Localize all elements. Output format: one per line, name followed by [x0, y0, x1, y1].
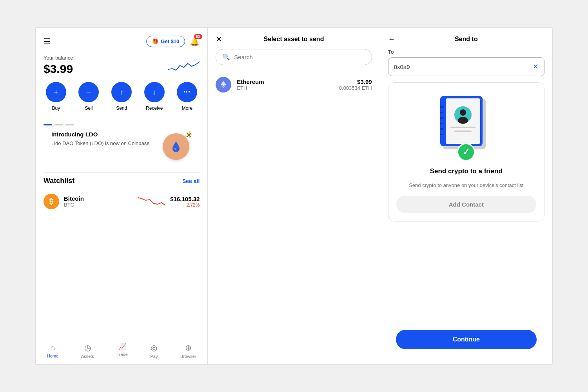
- watchlist-header: Watchlist See all: [36, 173, 207, 190]
- ethereum-name: Ethereum: [237, 78, 333, 85]
- contact-illustration: ✓: [435, 91, 497, 161]
- bitcoin-change: ↓ 2.72%: [170, 202, 200, 208]
- svg-rect-8: [440, 123, 443, 124]
- close-button[interactable]: ✕: [216, 34, 222, 44]
- send-to-header: ← Send to: [380, 28, 552, 49]
- home-header: ☰ 🎁 Get $10 🔔 63: [36, 28, 207, 51]
- to-label: To: [388, 49, 544, 55]
- send-friend-card: ✓ Send crypto to a friend Send crypto to…: [388, 82, 544, 221]
- svg-marker-1: [221, 81, 226, 86]
- nav-browser[interactable]: ⊕ Browser: [180, 343, 196, 359]
- ethereum-eth-amount: 0.003534 ETH: [339, 85, 372, 91]
- receive-button[interactable]: ↓ Receive: [144, 82, 165, 111]
- bitcoin-price: $16,105.32: [170, 196, 200, 202]
- nav-assets[interactable]: ◷ Assets: [81, 343, 94, 359]
- svg-rect-16: [454, 131, 472, 132]
- dot-inactive-1: [54, 124, 63, 125]
- gift-icon: 🎁: [152, 38, 158, 44]
- bitcoin-chart: [138, 196, 165, 207]
- nav-trade[interactable]: 📈 Trade: [117, 343, 128, 359]
- sell-button[interactable]: − Sell: [78, 82, 99, 111]
- bitcoin-name: Bitcoin: [64, 195, 133, 202]
- send-to-bottom: Continue: [380, 323, 552, 365]
- send-friend-title: Send crypto to a friend: [430, 167, 503, 175]
- svg-rect-9: [440, 128, 443, 130]
- screen-select-asset: ✕ Select asset to send 🔍 Ethereum ETH $3…: [208, 28, 380, 365]
- bitcoin-row[interactable]: ₿ Bitcoin BTC $16,105.32 ↓ 2.72%: [36, 190, 207, 213]
- menu-icon[interactable]: ☰: [44, 37, 51, 46]
- home-icon: ⌂: [50, 343, 55, 352]
- add-contact-button[interactable]: Add Contact: [396, 196, 536, 213]
- search-input[interactable]: [234, 54, 365, 60]
- search-bar[interactable]: 🔍: [216, 49, 372, 65]
- assets-icon: ◷: [84, 343, 91, 352]
- ethereum-symbol: ETH: [237, 85, 333, 91]
- banner-close-button[interactable]: ✕: [186, 131, 192, 140]
- balance-section: Your balance $3.99: [36, 51, 207, 82]
- see-all-button[interactable]: See all: [182, 178, 200, 184]
- bitcoin-symbol: BTC: [64, 202, 133, 208]
- continue-button[interactable]: Continue: [396, 330, 537, 349]
- back-button[interactable]: ←: [388, 35, 395, 44]
- ldo-logo: [169, 139, 183, 154]
- svg-point-14: [458, 117, 468, 124]
- sparkline-chart: [168, 58, 200, 73]
- to-section: To ✕: [380, 49, 552, 82]
- to-input-row: ✕: [388, 57, 544, 76]
- notification-badge: 63: [194, 34, 202, 39]
- more-button[interactable]: ••• More: [177, 82, 197, 111]
- screen-home: ☰ 🎁 Get $10 🔔 63 Your balance $3.99: [36, 28, 208, 365]
- search-icon: 🔍: [222, 53, 230, 61]
- bottom-nav: ⌂ Home ◷ Assets 📈 Trade ◎ Pay ⊕ Browser: [36, 339, 207, 365]
- banner-desc: Lido DAO Token (LDO) is now on Coinbase: [51, 140, 156, 147]
- header-right: 🎁 Get $10 🔔 63: [146, 36, 200, 47]
- select-asset-title: Select asset to send: [264, 36, 324, 43]
- trade-icon: 📈: [118, 343, 126, 350]
- svg-rect-7: [440, 117, 443, 119]
- checkmark-icon: ✓: [457, 143, 475, 161]
- balance-label: Your balance: [44, 55, 73, 61]
- banner-dots: [44, 124, 200, 125]
- banner-title: Introducing LDO: [51, 131, 156, 138]
- send-button[interactable]: ↑ Send: [111, 82, 132, 111]
- nav-pay[interactable]: ◎ Pay: [150, 343, 158, 359]
- bitcoin-icon: ₿: [44, 194, 59, 209]
- ethereum-asset-row[interactable]: Ethereum ETH $3.99 0.003534 ETH: [208, 71, 379, 98]
- ethereum-icon: [216, 77, 231, 93]
- ethereum-usd: $3.99: [339, 78, 372, 85]
- nav-home[interactable]: ⌂ Home: [47, 343, 58, 359]
- svg-rect-5: [440, 106, 443, 108]
- gift-button[interactable]: 🎁 Get $10: [146, 36, 185, 47]
- svg-point-13: [460, 109, 466, 116]
- send-to-title: Send to: [455, 36, 478, 43]
- dot-inactive-2: [65, 124, 74, 125]
- select-asset-header: ✕ Select asset to send: [208, 28, 379, 49]
- send-friend-desc: Send crypto to anyone on your device's c…: [409, 181, 523, 189]
- dot-active: [44, 124, 52, 125]
- to-address-input[interactable]: [394, 64, 533, 70]
- screen-send-to: ← Send to To ✕: [380, 28, 552, 365]
- svg-rect-10: [440, 134, 443, 135]
- pay-icon: ◎: [151, 343, 157, 352]
- banner: Introducing LDO Lido DAO Token (LDO) is …: [51, 131, 192, 162]
- notification-button[interactable]: 🔔 63: [190, 37, 200, 46]
- buy-button[interactable]: + Buy: [46, 82, 66, 111]
- watchlist-title: Watchlist: [44, 177, 74, 185]
- balance-amount: $3.99: [44, 62, 73, 76]
- action-buttons: + Buy − Sell ↑ Send ↓ Receive ••• More: [36, 82, 207, 119]
- browser-icon: ⊕: [185, 343, 192, 352]
- clear-input-button[interactable]: ✕: [533, 62, 539, 71]
- svg-rect-15: [450, 127, 475, 128]
- svg-rect-6: [440, 112, 443, 113]
